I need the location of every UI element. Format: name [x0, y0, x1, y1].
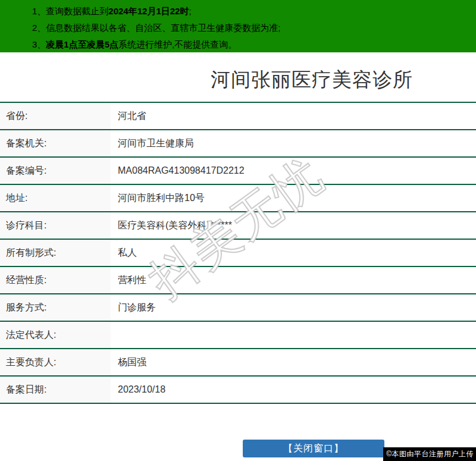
- notice-text: 查询数据截止到: [46, 6, 108, 16]
- table-row-operation-nature: 经营性质: 营利性: [0, 267, 476, 294]
- row-label: 地址:: [0, 185, 111, 211]
- notice-line-3: 3、凌晨1点至凌晨5点系统进行维护,不能提供查询。: [32, 36, 476, 53]
- attribution-note: ©本图由平台注册用户上传: [383, 447, 476, 461]
- table-row-service-mode: 服务方式: 门诊服务: [0, 294, 476, 322]
- row-label: 省份:: [0, 103, 111, 129]
- table-row-filing-date: 备案日期: 2023/10/18: [0, 377, 476, 404]
- page-title: 河间张丽医疗美容诊所: [0, 67, 476, 93]
- row-label: 所有制形式:: [0, 240, 111, 266]
- row-value: 医疗美容科(美容外科)******: [111, 212, 476, 239]
- table-row-treatment-subjects: 诊疗科目: 医疗美容科(美容外科)******: [0, 212, 476, 240]
- row-label: 主要负责人:: [0, 349, 111, 375]
- row-value: 杨国强: [111, 349, 476, 375]
- notice-bold-text: 2024年12月1日22时: [108, 6, 189, 16]
- table-row-filing-number: 备案编号: MA084RAG413098417D2212: [0, 158, 476, 185]
- row-value: 私人: [111, 240, 476, 266]
- notice-number: 1、: [32, 6, 46, 16]
- row-value: 河间市胜利中路10号: [111, 185, 476, 211]
- row-value: 河北省: [111, 103, 476, 129]
- notice-bar: 1、查询数据截止到2024年12月1日22时; 2、信息数据结果以各省、自治区、…: [0, 0, 476, 52]
- row-label: 服务方式:: [0, 294, 111, 321]
- table-row-ownership-form: 所有制形式: 私人: [0, 240, 476, 267]
- row-value: 河间市卫生健康局: [111, 130, 476, 156]
- table-row-principal: 主要负责人: 杨国强: [0, 349, 476, 377]
- row-label: 法定代表人:: [0, 322, 111, 348]
- row-value: MA084RAG413098417D2212: [111, 158, 476, 184]
- query-result-page: 1、查询数据截止到2024年12月1日22时; 2、信息数据结果以各省、自治区、…: [0, 0, 476, 461]
- table-row-filing-authority: 备案机关: 河间市卫生健康局: [0, 130, 476, 158]
- notice-bold-text: 凌晨1点至凌晨5点: [46, 39, 118, 49]
- notice-number: 2、: [32, 23, 46, 33]
- table-row-address: 地址: 河间市胜利中路10号: [0, 185, 476, 212]
- row-label: 经营性质:: [0, 267, 111, 293]
- row-label: 诊疗科目:: [0, 212, 111, 239]
- notice-line-2: 2、信息数据结果以各省、自治区、直辖市卫生健康委数据为准;: [32, 20, 476, 36]
- row-value: 2023/10/18: [111, 377, 476, 403]
- notice-text: ;: [189, 6, 191, 16]
- row-label: 备案日期:: [0, 377, 111, 403]
- table-row-province: 省份: 河北省: [0, 103, 476, 130]
- row-value: [111, 322, 476, 348]
- notice-text: 信息数据结果以各省、自治区、直辖市卫生健康委数据为准;: [46, 23, 280, 33]
- row-value: 门诊服务: [111, 294, 476, 321]
- notice-number: 3、: [32, 39, 46, 49]
- table-row-legal-representative: 法定代表人:: [0, 322, 476, 349]
- row-value: 营利性: [111, 267, 476, 293]
- close-window-button[interactable]: 【关闭窗口】: [243, 440, 384, 457]
- notice-line-1: 1、查询数据截止到2024年12月1日22时;: [32, 3, 476, 20]
- row-label: 备案编号:: [0, 158, 111, 184]
- info-table: 省份: 河北省 备案机关: 河间市卫生健康局 备案编号: MA084RAG413…: [0, 102, 476, 404]
- notice-text: 系统进行维护,不能提供查询。: [118, 39, 237, 49]
- row-label: 备案机关:: [0, 130, 111, 156]
